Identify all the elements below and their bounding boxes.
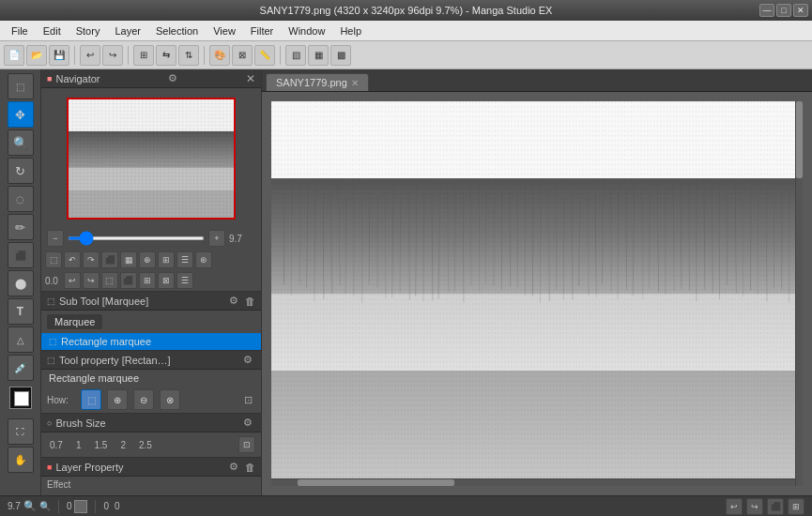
menu-layer[interactable]: Layer: [107, 21, 148, 40]
brushsize-val-1[interactable]: 1: [73, 439, 84, 451]
nav-op-5[interactable]: ⊞: [139, 272, 156, 289]
ruler-button[interactable]: 📏: [254, 45, 275, 66]
nav-tool-7[interactable]: ⊞: [158, 251, 175, 268]
layerprop-panel-header: ■ Layer Property ⚙ 🗑: [41, 458, 261, 477]
menu-filter[interactable]: Filter: [243, 21, 281, 40]
lasso-tool[interactable]: ◌: [8, 186, 34, 212]
effect-label: Effect: [47, 479, 70, 490]
nav-tool-3[interactable]: ↷: [83, 251, 100, 268]
how-btn-1[interactable]: ⬚: [81, 389, 101, 410]
brushsize-settings-btn[interactable]: ⚙: [240, 417, 255, 429]
zoom-slider[interactable]: [68, 236, 205, 240]
nav-tool-2[interactable]: ↶: [64, 251, 81, 268]
color-button[interactable]: 🎨: [209, 45, 230, 66]
canvas-vscroll[interactable]: [795, 101, 803, 486]
status-zoom-icon[interactable]: 🔍: [23, 500, 37, 512]
brushsize-val-2[interactable]: 1.5: [91, 439, 110, 451]
canvas-hscroll[interactable]: [271, 478, 795, 486]
rectangle-marquee-label: Rectangle marquee: [61, 336, 151, 347]
nav-op-7[interactable]: ☰: [176, 272, 193, 289]
grid-button[interactable]: ⊠: [232, 45, 253, 66]
nav-op-6[interactable]: ⊠: [158, 272, 175, 289]
canvas-tab-name: SANY1779.png: [276, 77, 347, 88]
title-bar-controls: — □ ✕: [759, 4, 808, 17]
hand-tool[interactable]: ✋: [8, 447, 34, 473]
redo-button[interactable]: ↪: [102, 45, 123, 66]
how-btn-4[interactable]: ⊗: [160, 389, 180, 410]
zoom-tool[interactable]: 🔍: [8, 129, 34, 156]
subtool-panel-header: ⬚ Sub Tool [Marquee] ⚙ 🗑: [41, 292, 261, 311]
view-btn-2[interactable]: ▦: [308, 45, 329, 66]
status-zoom-extra: 🔍: [39, 501, 51, 511]
nav-tool-1[interactable]: ⬚: [45, 251, 62, 268]
selection-tool[interactable]: ⬚: [8, 73, 34, 99]
subtool-tab-marquee[interactable]: Marquee: [47, 314, 102, 329]
zoom-out-btn[interactable]: −: [47, 230, 64, 247]
undo-button[interactable]: ↩: [80, 45, 100, 66]
status-btn-4[interactable]: ⊞: [788, 498, 804, 515]
fill-tool[interactable]: ⬤: [8, 270, 34, 296]
brushsize-val-4[interactable]: 2.5: [136, 439, 155, 451]
pen-tool[interactable]: ✏: [8, 214, 34, 240]
menu-file[interactable]: File: [4, 21, 36, 40]
nav-tool-6[interactable]: ⊕: [139, 251, 156, 268]
layerprop-trash-icon[interactable]: 🗑: [245, 462, 255, 473]
view-btn-3[interactable]: ▩: [330, 45, 351, 66]
text-tool[interactable]: T: [8, 298, 34, 325]
main-canvas[interactable]: [271, 101, 803, 486]
nav-op-1[interactable]: ↩: [64, 272, 81, 289]
subtool-item-rectangle[interactable]: ⬚ Rectangle marquee: [41, 333, 261, 350]
navigator-panel-icon: ■: [47, 74, 52, 83]
nav-tool-8[interactable]: ☰: [176, 251, 193, 268]
nav-tool-4[interactable]: ⬛: [101, 251, 118, 268]
nav-op-3[interactable]: ⬚: [101, 272, 118, 289]
shape-tool[interactable]: △: [8, 326, 34, 353]
layerprop-settings-btn[interactable]: ⚙: [226, 461, 241, 473]
minimize-button[interactable]: —: [759, 4, 774, 17]
nav-op-2[interactable]: ↪: [83, 272, 100, 289]
toolprop-settings-btn[interactable]: ⚙: [240, 354, 255, 366]
transform-button[interactable]: ⊞: [133, 45, 154, 66]
menu-bar: File Edit Story Layer Selection View Fil…: [0, 21, 812, 41]
new-button[interactable]: 📄: [4, 45, 24, 66]
brushsize-extra-btn[interactable]: ⊡: [238, 436, 255, 453]
move-tool[interactable]: ✥: [8, 101, 34, 128]
brushsize-val-0[interactable]: 0.7: [47, 439, 66, 451]
subtool-settings-btn[interactable]: ⚙: [226, 295, 241, 307]
zoom-in-btn[interactable]: +: [208, 230, 225, 247]
menu-help[interactable]: Help: [332, 21, 369, 40]
status-btn-2[interactable]: ↪: [746, 498, 763, 515]
flip-v-button[interactable]: ⇅: [178, 45, 199, 66]
save-button[interactable]: 💾: [49, 45, 69, 66]
status-btn-3[interactable]: ⬛: [767, 498, 784, 515]
menu-view[interactable]: View: [206, 21, 243, 40]
flip-h-button[interactable]: ⇆: [156, 45, 176, 66]
open-button[interactable]: 📂: [26, 45, 47, 66]
navigator-close-btn[interactable]: ✕: [246, 72, 255, 85]
close-button[interactable]: ✕: [793, 4, 808, 17]
eyedropper-tool[interactable]: 💉: [8, 355, 34, 381]
brushsize-settings-icon[interactable]: ⊡: [238, 436, 255, 453]
rotate-tool[interactable]: ↻: [8, 158, 34, 184]
status-sep-2: [95, 500, 96, 513]
brushsize-val-3[interactable]: 2: [117, 439, 129, 451]
menu-edit[interactable]: Edit: [36, 21, 69, 40]
view-btn-1[interactable]: ▧: [285, 45, 306, 66]
menu-window[interactable]: Window: [281, 21, 332, 40]
nav-op-4[interactable]: ⬛: [120, 272, 137, 289]
navigator-settings-btn[interactable]: ⚙: [165, 72, 180, 84]
nav-tool-5[interactable]: ▦: [120, 251, 137, 268]
tab-close-icon[interactable]: ✕: [351, 78, 359, 88]
nav-tool-9[interactable]: ⊛: [195, 251, 212, 268]
how-btn-2[interactable]: ⊕: [107, 389, 128, 410]
eraser-tool[interactable]: ⬛: [8, 242, 34, 268]
status-btn-1[interactable]: ↩: [726, 498, 743, 515]
menu-story[interactable]: Story: [69, 21, 108, 40]
menu-selection[interactable]: Selection: [148, 21, 206, 40]
toolprop-extra-btn[interactable]: ⊡: [241, 394, 255, 406]
subtool-trash-icon[interactable]: 🗑: [245, 296, 255, 307]
canvas-tab-1[interactable]: SANY1779.png ✕: [266, 73, 369, 91]
maximize-button[interactable]: □: [776, 4, 791, 17]
fullscreen-btn[interactable]: ⛶: [8, 418, 34, 445]
how-btn-3[interactable]: ⊖: [133, 389, 154, 410]
